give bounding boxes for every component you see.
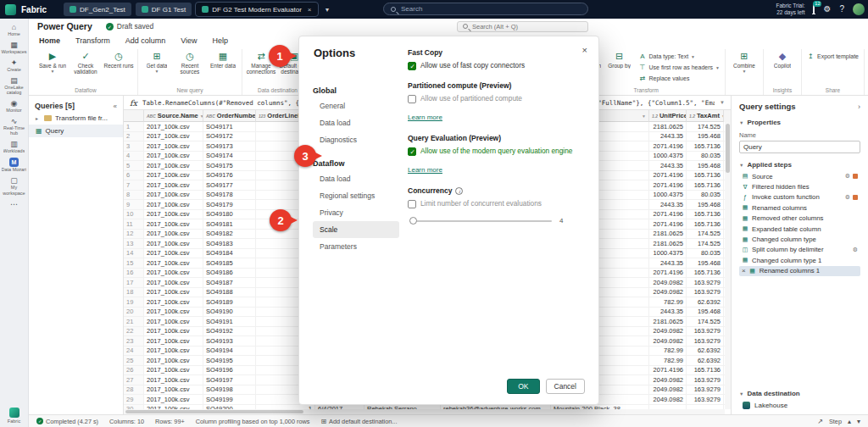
ribbon-button-combine[interactable]: ⊞Combine▼	[728, 49, 760, 73]
experience-switcher[interactable]: Fabric	[8, 408, 20, 427]
cancel-button[interactable]: Cancel	[546, 379, 585, 394]
collapse-panel-icon[interactable]: «	[114, 103, 117, 110]
help-icon[interactable]: ?	[839, 5, 844, 14]
ribbon-button-recent-sources[interactable]: ◷Recent sources	[174, 49, 206, 75]
collapse-panel-icon[interactable]: ›	[858, 103, 860, 111]
ribbon-button-check-validation[interactable]: ✓Check validation	[70, 49, 102, 75]
menu-tab[interactable]: Help	[213, 36, 229, 45]
nav-rail-item[interactable]: ✦ Create	[0, 57, 29, 75]
ribbon-button-data-type-text[interactable]: AData type: Text▼	[637, 51, 722, 62]
applied-steps-section-header[interactable]: ▼ Applied steps	[739, 161, 860, 169]
global-search-input[interactable]: Search	[383, 3, 588, 15]
check-validation-icon: ✓	[81, 51, 89, 62]
ribbon-button-recent-runs[interactable]: ◷Recent runs	[103, 49, 135, 69]
dialog-nav-item[interactable]: Diagnostics	[313, 131, 399, 148]
info-icon[interactable]: i	[455, 187, 463, 195]
step-up-icon[interactable]: ▴	[848, 418, 851, 425]
concurrency-checkbox[interactable]	[408, 200, 416, 208]
learn-more-link[interactable]: Learn more	[408, 114, 442, 121]
step-down-icon[interactable]: ▾	[857, 418, 860, 425]
notifications-icon[interactable]: 12	[813, 5, 815, 14]
expand-formula-icon[interactable]: ▼	[720, 100, 725, 105]
dialog-nav-item[interactable]: General	[313, 97, 399, 114]
dialog-nav-item[interactable]: Scale	[313, 221, 399, 238]
diagonal-arrow-icon[interactable]: ↗	[817, 418, 823, 425]
step-settings-gear-icon[interactable]: ⚙	[853, 247, 858, 253]
user-avatar[interactable]	[853, 3, 865, 15]
menu-tab[interactable]: Transform	[75, 36, 110, 45]
nav-rail-item[interactable]: ⌂ Home	[0, 21, 29, 39]
dialog-nav-item[interactable]: Parameters	[313, 238, 399, 255]
fast-copy-checkbox[interactable]	[408, 62, 416, 70]
profiling-status[interactable]: Column profiling based on top 1,000 rows	[196, 418, 310, 425]
dialog-nav-item[interactable]: Data load	[313, 170, 399, 187]
settings-gear-icon[interactable]: ⚙	[823, 5, 831, 14]
dialog-nav-item[interactable]: Data load	[313, 114, 399, 131]
nav-rail-item[interactable]: ⋯	[0, 198, 29, 211]
chevron-down-icon[interactable]: ▼	[325, 7, 331, 13]
scrollbar-thumb[interactable]	[726, 124, 730, 173]
destination-item[interactable]: Lakehouse	[739, 402, 860, 409]
expand-chevron-icon[interactable]: ▸	[36, 115, 41, 121]
step-settings-gear-icon[interactable]: ⚙	[845, 194, 850, 201]
nav-rail-item[interactable]: ∿ Real-Time hub	[0, 115, 29, 138]
applied-step[interactable]: ▦ Changed column type	[739, 234, 860, 244]
vertical-scrollbar[interactable]	[725, 122, 731, 409]
nav-rail-item[interactable]: ▢ My workspace	[0, 175, 29, 197]
ribbon-search-input[interactable]: Search (Alt + Q)	[457, 21, 588, 32]
step-settings-gear-icon[interactable]: ⚙	[845, 173, 850, 180]
filter-chevron-icon[interactable]: ▼	[642, 114, 646, 119]
query-list-item[interactable]: ▦ Query	[29, 125, 123, 137]
properties-section-header[interactable]: ▼ Properties	[739, 119, 860, 126]
ribbon-button-replace-values[interactable]: ⇄Replace values	[637, 73, 722, 84]
ribbon-button-export-template[interactable]: ↥Export template	[804, 51, 861, 62]
menu-tab[interactable]: Add column	[125, 36, 166, 45]
applied-step[interactable]: × ▦ Renamed columns 1	[739, 266, 860, 276]
dataflow-tab[interactable]: DF_Gen2_Test	[64, 3, 131, 16]
ok-button[interactable]: OK	[507, 379, 539, 394]
applied-step[interactable]: ▤ Source ⚙	[739, 171, 860, 181]
applied-step[interactable]: ▦ Renamed columns	[739, 202, 860, 213]
modern-engine-checkbox[interactable]	[408, 147, 416, 156]
ribbon-button-enter-data[interactable]: ▦Enter data	[207, 49, 239, 69]
filter-chevron-icon[interactable]: ▼	[721, 114, 724, 119]
menu-tab[interactable]: View	[181, 36, 197, 45]
nav-rail-item[interactable]: M Data Mozart	[0, 156, 29, 175]
column-header[interactable]: ABC OrderNumber ▼	[203, 110, 256, 122]
applied-step[interactable]: ▦ Expanded table column	[739, 224, 860, 234]
applied-step[interactable]: ◫ Split column by delimiter ⚙	[739, 245, 860, 255]
nav-rail-item[interactable]: ▤ OneLake catalog	[0, 75, 29, 97]
learn-more-link[interactable]: Learn more	[408, 166, 442, 174]
ribbon-button-get-data[interactable]: ⊞Get data▼	[141, 49, 173, 73]
column-header[interactable]: ABC Source.Name ▼	[144, 110, 203, 122]
column-header[interactable]	[124, 110, 144, 122]
close-tab-icon[interactable]: ×	[308, 6, 312, 14]
dataflow-tab[interactable]: DF G1 Test	[136, 3, 192, 16]
nav-rail-item[interactable]: ▥ Workloads	[0, 138, 29, 156]
column-header[interactable]: 1.2 TaxAmt ▼	[687, 110, 724, 122]
applied-step[interactable]: ▦ Changed column type 1	[739, 255, 860, 265]
partitioned-compute-checkbox[interactable]	[408, 95, 416, 103]
column-header[interactable]: 1.2 UnitPrice ▼	[649, 110, 687, 122]
dialog-nav-item[interactable]: Privacy	[313, 204, 399, 221]
data-destination-header[interactable]: ▼ Data destination	[739, 390, 860, 397]
add-default-destination-button[interactable]: ⊞ Add default destination...	[320, 418, 397, 425]
applied-step[interactable]: ▦ Removed other columns	[739, 214, 860, 224]
applied-step[interactable]: ∇ Filtered hidden files	[739, 181, 860, 191]
applied-step[interactable]: ƒ Invoke custom function ⚙	[739, 192, 860, 202]
slider-knob[interactable]	[409, 217, 417, 225]
nav-rail-item[interactable]: ▦ Workspaces	[0, 39, 29, 57]
dialog-nav-item[interactable]: Regional settings	[313, 187, 399, 204]
ribbon-button-group-by[interactable]: ⊟Group by	[604, 49, 636, 69]
ribbon-button-save-run[interactable]: ▶Save & run▼	[36, 49, 69, 73]
ribbon-button-copilot[interactable]: ◆Copilot	[766, 49, 798, 69]
scrollbar-thumb[interactable]	[125, 410, 303, 413]
ribbon-button-use-first-row-as-headers[interactable]: ⊤Use first row as headers▼	[637, 62, 722, 73]
query-list-item[interactable]: ▸ Transform file fr...	[29, 112, 123, 125]
nav-rail-item[interactable]: ◉ Monitor	[0, 97, 29, 115]
concurrency-slider[interactable]	[409, 220, 552, 222]
dataflow-tab[interactable]: DF G2 Test Modern Evaluator ×	[196, 3, 317, 16]
menu-tab[interactable]: Home	[39, 36, 60, 45]
delete-step-icon[interactable]: ×	[742, 267, 746, 274]
query-name-input[interactable]: Query	[739, 141, 860, 153]
